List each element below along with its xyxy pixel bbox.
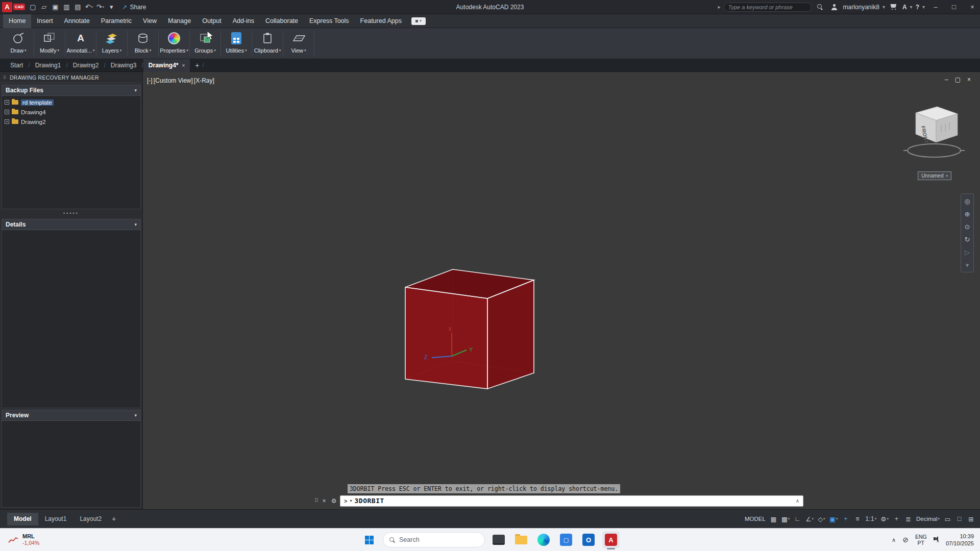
ribbon-panel-layers[interactable]: Layers▾ [96, 28, 127, 59]
cart-icon[interactable] [888, 2, 899, 13]
qat-menu-icon[interactable]: ▾ [106, 2, 117, 13]
search-expand-icon[interactable]: ▸ [718, 4, 720, 10]
expand-icon[interactable]: + [5, 119, 9, 124]
open-folder-icon[interactable]: ▱ [38, 2, 50, 13]
navbar-more-icon[interactable]: ▾ [962, 260, 972, 270]
full-navigation-wheel-icon[interactable]: ◎ [962, 196, 972, 206]
outlook-icon[interactable]: O [580, 531, 597, 548]
maximize-button[interactable]: □ [946, 0, 962, 14]
model-space-label[interactable]: MODEL [745, 516, 766, 522]
command-input[interactable]: > ▾ 3DORBIT ∧ [340, 495, 803, 507]
edge-browser-icon[interactable] [535, 531, 552, 548]
layout-tab-layout1[interactable]: Layout1 [38, 513, 74, 525]
tab-manage[interactable]: Manage [162, 14, 197, 28]
ribbon-panel-block[interactable]: Block▾ [128, 28, 158, 59]
undo-icon[interactable]: ↶▾ [83, 2, 94, 13]
tab-output[interactable]: Output [197, 14, 227, 28]
file-explorer-icon[interactable] [512, 531, 530, 548]
keyword-search-input[interactable]: Type a keyword or phrase [724, 3, 812, 12]
ribbon-panel-modify[interactable]: Modify▾ [34, 28, 65, 59]
tab-parametric[interactable]: Parametric [95, 14, 137, 28]
tab-collaborate[interactable]: Collaborate [260, 14, 304, 28]
clock[interactable]: 10:39 07/10/2025 [946, 533, 974, 547]
taskbar-widget[interactable]: MRL -1,04% [0, 533, 39, 546]
network-status-icon[interactable]: ⊘ [902, 536, 909, 544]
palette-title-bar[interactable]: ⠿ DRAWING RECOVERY MANAGER [0, 72, 142, 83]
tab-add-ins[interactable]: Add-ins [227, 14, 260, 28]
save-as-icon[interactable]: ▥ [61, 2, 72, 13]
minimize-button[interactable]: – [928, 0, 943, 14]
orbit-icon[interactable]: ↻ [962, 234, 972, 244]
user-dropdown-icon[interactable]: ▾ [883, 4, 885, 10]
share-button[interactable]: ↗ Share [122, 4, 146, 11]
ribbon-panel-clipboard[interactable]: Clipboard▾ [252, 28, 283, 59]
preview-header[interactable]: Preview ▾ [2, 410, 141, 421]
tree-item-drawing2[interactable]: + Drawing2 [2, 117, 140, 127]
autocad-taskbar-icon[interactable]: A [602, 531, 620, 548]
backup-files-header[interactable]: Backup Files ▾ [2, 85, 141, 96]
language-indicator[interactable]: ENG PT [915, 534, 927, 546]
view-name-control[interactable]: Unnamed ▾ [918, 171, 951, 180]
search-icon[interactable] [815, 2, 826, 13]
file-tab-drawing2[interactable]: Drawing2 [68, 59, 104, 72]
autocad-logo[interactable]: A CAD [2, 2, 25, 12]
command-expand-icon[interactable]: ∧ [796, 498, 799, 504]
annotation-settings-icon[interactable]: ⚙▾ [880, 514, 889, 524]
layout-tab-model[interactable]: Model [7, 513, 38, 525]
close-button[interactable]: × [965, 0, 980, 14]
user-icon[interactable] [829, 2, 840, 13]
annotation-scale-icon[interactable]: 1:1▾ [865, 514, 876, 524]
ribbon-panel-annotation[interactable]: A Annotati...▾ [65, 28, 96, 59]
new-layout-button[interactable]: + [108, 513, 119, 524]
snap-icon[interactable]: ▩▾ [781, 514, 790, 524]
file-tab-drawing3[interactable]: Drawing3 [106, 59, 142, 72]
viewcube[interactable]: FRONT [900, 102, 968, 164]
viewport-view-control[interactable]: [Custom View] [154, 77, 193, 84]
isolate-objects-icon[interactable]: □ [955, 514, 963, 524]
grid-icon[interactable]: ▦ [770, 514, 777, 524]
drawing-close-icon[interactable]: × [967, 76, 971, 83]
clean-screen-icon[interactable]: ⊞ [967, 514, 975, 524]
tray-expand-icon[interactable]: ∧ [892, 537, 896, 543]
volume-icon[interactable]: × [934, 536, 939, 544]
drawing-minimize-icon[interactable]: – [945, 76, 948, 83]
viewport-minimize-control[interactable]: [-] [147, 77, 153, 84]
command-grip-icon[interactable]: ⠿ [314, 497, 318, 504]
pan-icon[interactable]: ⊕ [962, 209, 972, 219]
tab-home[interactable]: Home [3, 14, 31, 28]
units-selector[interactable]: Decimal▾ [916, 514, 940, 524]
plot-icon[interactable]: ▤ [72, 2, 83, 13]
command-customize-icon[interactable]: ⚙ [330, 497, 338, 505]
tree-item-drawing4[interactable]: + Drawing4 [2, 107, 140, 117]
file-tab-drawing1[interactable]: Drawing1 [30, 59, 66, 72]
tab-annotate[interactable]: Annotate [59, 14, 95, 28]
taskbar-search-input[interactable]: Search [383, 532, 485, 547]
username-label[interactable]: marlonyanik8 [843, 4, 879, 11]
tab-close-icon[interactable]: × [182, 63, 185, 68]
dynamic-input-icon[interactable]: + [842, 514, 849, 524]
desktop-app-icon[interactable] [490, 531, 507, 548]
ribbon-panel-draw[interactable]: Draw▾ [3, 28, 34, 59]
ribbon-panel-view[interactable]: View▾ [283, 28, 314, 59]
redo-icon[interactable]: ↷▾ [94, 2, 106, 13]
ribbon-panel-groups[interactable]: Groups▾ [190, 28, 220, 59]
tab-express-tools[interactable]: Express Tools [304, 14, 355, 28]
tree-item-rd-template[interactable]: + rd template [2, 97, 140, 107]
new-file-icon[interactable]: ▢ [27, 2, 38, 13]
details-header[interactable]: Details ▾ [2, 219, 141, 230]
tab-insert[interactable]: Insert [31, 14, 58, 28]
help-icon[interactable]: ? [916, 4, 919, 11]
tab-featured-apps[interactable]: Featured Apps [355, 14, 407, 28]
palette-resize-grip[interactable]: ••••• [0, 209, 142, 217]
ribbon-panel-utilities[interactable]: Utilities▾ [221, 28, 252, 59]
ribbon-panel-properties[interactable]: Properties▾ [159, 28, 189, 59]
isodraft-icon[interactable]: ◇▾ [818, 514, 825, 524]
start-button[interactable] [360, 531, 378, 548]
lineweight-icon[interactable]: ≡ [853, 514, 861, 524]
microsoft-store-icon[interactable]: ▢ [557, 531, 575, 548]
drawing-restore-icon[interactable]: ▢ [955, 76, 961, 83]
command-close-icon[interactable]: × [321, 497, 328, 505]
autodesk-app-icon[interactable]: A [902, 4, 907, 11]
file-tab-drawing4[interactable]: Drawing4*× [143, 59, 190, 72]
layout-tab-layout2[interactable]: Layout2 [73, 513, 108, 525]
